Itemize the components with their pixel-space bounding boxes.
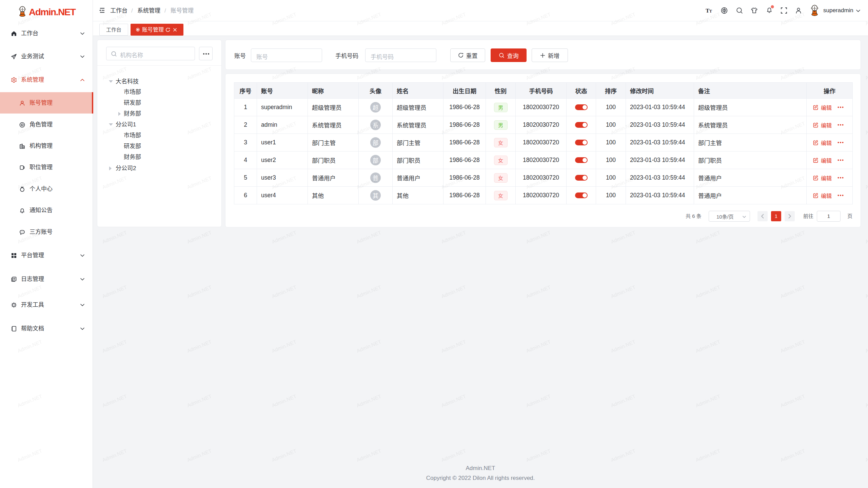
svg-text:T: T [709,9,712,14]
